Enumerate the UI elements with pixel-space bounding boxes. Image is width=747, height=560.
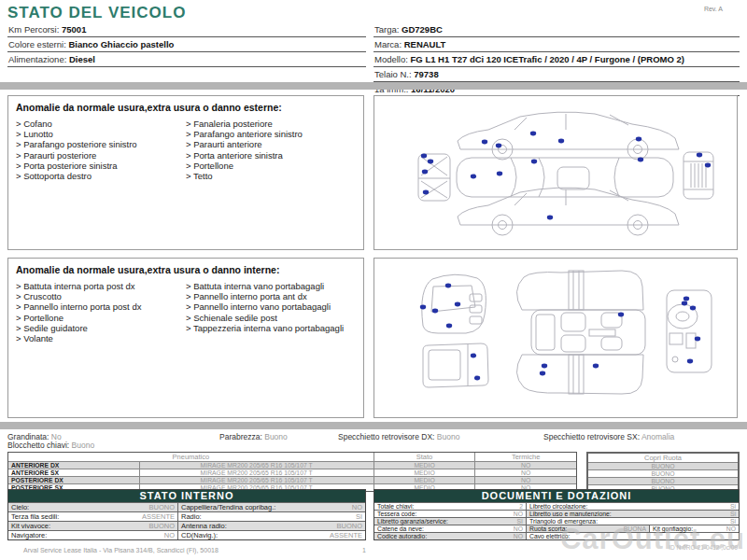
column-header-copri-ruota: Copri Ruota — [588, 454, 738, 462]
list-item: Sottoporta destro — [16, 171, 186, 181]
field-modello: Modello: FG L1 H1 T27 dCi 120 ICETrafic … — [374, 52, 740, 67]
field-telaio: Telaio N.: 79738 — [374, 67, 740, 82]
list-item: Portellone — [186, 161, 356, 171]
list-item: Volante — [16, 333, 186, 343]
divider-bar — [0, 422, 747, 429]
list-item: Porta posteriore sinistra — [16, 161, 186, 171]
field-km-percorsi: Km Percorsi: 75001 — [7, 22, 366, 37]
interior-anomalies-box: Anomalie da normale usura,extra usura o … — [7, 258, 364, 418]
table-row: ANTERIORE DX MIRAGE MR200 205/65 R16 105… — [8, 461, 576, 469]
list-item: Sedile guidatore — [16, 323, 186, 333]
damage-markers — [420, 284, 700, 381]
list-item: Lunotto — [16, 129, 186, 139]
column-header-pneumatico: Pneumatico — [8, 453, 374, 461]
list-item: Cruscotto — [16, 291, 186, 301]
list-item: Pannello interno vano portabagagli — [186, 301, 356, 312]
list-item: Portellone — [16, 313, 186, 323]
car-interior-schematic — [374, 259, 737, 417]
table-row: Tessera code: NO Libretto uso e manutenz… — [374, 510, 739, 517]
table-cell: BUONO — [588, 469, 738, 477]
field-colore-esterni: Colore esterni: Bianco Ghiaccio pastello — [7, 37, 366, 52]
exterior-anomalies-col1: Cofano Lunotto Parafango posteriore sini… — [16, 119, 186, 181]
list-item: Paraurti posteriore — [16, 150, 186, 161]
vehicle-info-left: Km Percorsi: 75001 Colore esterni: Bianc… — [7, 22, 366, 67]
stato-interno-title: STATO INTERNO — [8, 490, 365, 502]
field-alimentazione: Alimentazione: Diesel — [7, 52, 366, 67]
column-header-stato: Stato — [374, 453, 475, 461]
list-item: Battuta interna vano portabagagli — [186, 281, 356, 291]
list-item: Paraurti anteriore — [186, 139, 356, 149]
interior-anomalies-col1: Battuta interna porta post dx Cruscotto … — [16, 281, 186, 343]
list-item: Parafango posteriore sinistro — [16, 139, 186, 149]
table-row: Navigatore: NO CD(Navig.): ASSENTE — [8, 530, 365, 539]
list-item: Parafango anteriore sinistro — [186, 129, 356, 139]
list-item: Battuta interna porta post dx — [16, 281, 186, 291]
table-row: Terza fila sedili: ASSENTE Radio: SI — [8, 511, 365, 521]
field-specchietto-dx: Specchietto retrovisore DX: Buono — [338, 432, 459, 441]
car-exterior-schematic — [374, 96, 737, 249]
field-blocchetto-chiavi: Blocchetto chiavi: Buono — [7, 441, 94, 450]
caroutlet-watermark: CarOutlet.eu — [560, 523, 745, 556]
vehicle-report-page: STATO DEL VEICOLO Rev. A Km Percorsi: 75… — [0, 0, 747, 560]
exterior-anomalies-box: Anomalie da normale usura,extra usura o … — [7, 95, 364, 250]
exterior-anomalies-col2: Fanaleria posteriore Parafango anteriore… — [186, 119, 356, 181]
interior-damage-diagram — [374, 258, 738, 418]
tire-table: Pneumatico Stato Termiche ANTERIORE DX M… — [7, 452, 577, 492]
list-item: Cofano — [16, 119, 186, 129]
list-item: Pannello interno porta post dx — [16, 301, 186, 312]
list-item: Fanaleria posteriore — [186, 119, 356, 129]
table-cell: BUONO — [588, 477, 738, 484]
interior-anomalies-heading: Anomalie da normale usura,extra usura o … — [16, 264, 356, 275]
exterior-anomalies-heading: Anomalie da normale usura,extra usura o … — [16, 102, 356, 113]
footer-page-number: 1 — [362, 547, 366, 553]
page-title: STATO DEL VEICOLO — [7, 4, 186, 22]
field-parabrezza: Parabrezza: Buono — [219, 432, 288, 441]
field-targa: Targa: GD729BC — [374, 22, 740, 37]
field-specchietto-sx: Specchietto retrovisore SX: Anomalia — [543, 432, 674, 441]
list-item: Porta anteriore sinistra — [186, 150, 356, 161]
column-header-termiche: Termiche — [474, 453, 576, 461]
exterior-damage-diagram — [374, 95, 738, 250]
list-item: Tappezzeria interna vano portabagagli — [186, 323, 356, 333]
table-row: Totale chiavi: 2 Libretto circolazione: … — [374, 502, 739, 510]
field-marca: Marca: RENAULT — [374, 37, 740, 52]
damage-markers — [421, 132, 711, 220]
copri-ruota-table: Copri Ruota BUONO BUONO BUONO BUONO — [586, 452, 740, 494]
interior-anomalies-col2: Battuta interna vano portabagagli Pannel… — [186, 281, 356, 343]
table-cell: BUONO — [588, 462, 738, 469]
footer-company-address: Arval Service Lease Italia - Via Pisana … — [23, 547, 218, 553]
list-item: Schienale sedile post — [186, 313, 356, 323]
revision-label: Rev. A — [704, 6, 723, 12]
stato-interno-table: STATO INTERNO Cielo: BUONO Cappelliera/T… — [7, 489, 366, 540]
list-item: Tetto — [186, 171, 356, 181]
table-row: Cielo: BUONO Cappelliera/Tendina copriba… — [8, 502, 365, 511]
divider-bar — [0, 82, 747, 90]
table-row: Kit vivavoce: BUONO Antenna radio: BUONO — [8, 521, 365, 530]
table-row: POSTERIORE DX MIRAGE MR200 205/65 R16 10… — [8, 476, 576, 483]
tire-table-header: Pneumatico Stato Termiche — [8, 453, 576, 461]
table-row: ANTERIORE SX MIRAGE MR200 205/65 R16 105… — [8, 469, 576, 476]
documenti-dotazioni-title: DOCUMENTI E DOTAZIONI — [374, 490, 739, 502]
list-item: Pannello interno porta ant dx — [186, 291, 356, 301]
